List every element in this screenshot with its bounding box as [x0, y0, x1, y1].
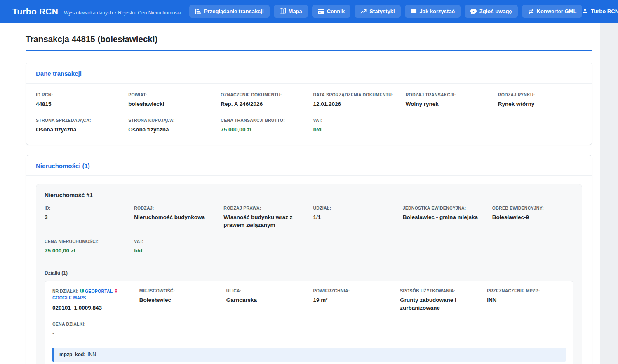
nav-label: Cennik: [327, 8, 345, 14]
parcel-number-label: NR DZIAŁKI:: [52, 289, 78, 294]
nav-label: Jak korzystać: [420, 8, 455, 14]
main-content: Transakcja 44815 (bolesławiecki) Dane tr…: [26, 23, 592, 364]
chat-icon: [470, 8, 477, 14]
property-fields: ID: 3 RODZAJ: Nieruchomość budynkowa ROD…: [45, 205, 573, 255]
nav-how-to-use-button[interactable]: Jak korzystać: [405, 5, 461, 18]
section-divider: [45, 264, 573, 264]
field-property-id: ID: 3: [45, 205, 126, 229]
convert-arrows-icon: [528, 8, 534, 14]
nav-pricing-button[interactable]: Cennik: [312, 5, 350, 18]
nav-map-button[interactable]: Mapa: [274, 5, 308, 18]
field-cena-nieruchomosci: CENA NIERUCHOMOŚCI: 75 000,00 zł: [45, 238, 126, 255]
field-strona-kupujaca: STRONA KUPUJĄCA: Osoba fizyczna: [128, 117, 212, 134]
properties-card-header: Nieruchomości (1): [26, 155, 592, 176]
field-obreb-ewidencyjny: OBRĘB EWIDENCYJNY: Bolesławiec-9: [492, 205, 573, 229]
transaction-fields: ID RCN: 44815 POWIAT: bolesławiecki OZNA…: [36, 92, 582, 134]
field-cena-dzialki: CENA DZIAŁKI: -: [52, 321, 131, 338]
user-menu[interactable]: Turbo RCN: [582, 8, 618, 15]
graph-up-icon: [360, 8, 367, 14]
mpzp-code-bar: mpzp_kod:INN: [52, 348, 566, 362]
field-strona-sprzedajaca: STRONA SPRZEDAJĄCA: Osoba fizyczna: [36, 117, 120, 134]
bar-chart-steps-icon: [195, 8, 201, 14]
parcel-number-value: 020101_1.0009.843: [52, 304, 131, 312]
field-rodzaj-prawa: RODZAJ PRAWA: Własność budynku wraz z pr…: [223, 205, 305, 229]
field-rodzaj-rynku: RODZAJ RYNKU: Rynek wtórny: [498, 92, 582, 108]
field-rodzaj-transakcji: RODZAJ TRANSAKCJI: Wolny rynek: [406, 92, 490, 108]
field-nr-dzialki: NR DZIAŁKI: GEOPORTAL GOOGLE MAPS 020101…: [52, 288, 131, 312]
mpzp-key: mpzp_kod:: [59, 352, 85, 357]
properties-card: Nieruchomości (1) Nieruchomość #1 ID: 3 …: [26, 155, 592, 364]
transaction-card-title: Dane transakcji: [36, 70, 82, 77]
map-icon: [280, 8, 286, 14]
field-oznaczenie-dokumentu: OZNACZENIE DOKUMENTU: Rep. A 246/2026: [221, 92, 305, 108]
main-navigation: Przeglądanie transakcji Mapa Cennik Stat…: [189, 5, 582, 18]
nav-label: Przeglądanie transakcji: [204, 8, 264, 14]
parcel-fields: NR DZIAŁKI: GEOPORTAL GOOGLE MAPS 020101…: [52, 288, 566, 362]
geoportal-map-icon: [80, 289, 85, 294]
field-parcel-powierzchnia: POWIERZCHNIA: 19 m²: [313, 288, 392, 312]
book-icon: [411, 8, 417, 14]
transaction-card-header: Dane transakcji: [26, 63, 592, 84]
nav-gml-converter-button[interactable]: Konwerter GML: [522, 5, 583, 18]
field-parcel-przeznaczenie-mpzp: PRZEZNACZENIE MPZP: INN: [487, 288, 566, 312]
brand-title: Turbo RCN: [12, 7, 58, 16]
field-jednostka-ewidencyjna: JEDNOSTKA EWIDENCYJNA: Bolesławiec - gmi…: [403, 205, 484, 229]
user-name: Turbo RCN: [591, 8, 618, 14]
field-parcel-sposob-uzytkowania: SPOSÓB UŻYTKOWANIA: Grunty zabudowane i …: [400, 288, 479, 312]
field-vat: VAT: b/d: [313, 117, 397, 134]
geoportal-link[interactable]: GEOPORTAL: [80, 289, 113, 294]
nav-label: Konwerter GML: [537, 8, 577, 14]
field-property-vat: VAT: b/d: [134, 238, 215, 255]
title-underline: [26, 50, 592, 51]
field-parcel-ulica: ULICA: Garncarska: [226, 288, 305, 312]
nav-report-issue-button[interactable]: Zgłoś uwagę: [465, 5, 518, 18]
nav-label: Mapa: [289, 8, 302, 14]
top-navbar: Turbo RCN Wyszukiwarka danych z Rejestru…: [0, 0, 618, 23]
transaction-card-body: ID RCN: 44815 POWIAT: bolesławiecki OZNA…: [26, 84, 592, 145]
parcel-1-card: NR DZIAŁKI: GEOPORTAL GOOGLE MAPS 020101…: [45, 281, 573, 364]
mpzp-value: INN: [87, 352, 96, 357]
property-1-title: Nieruchomość #1: [45, 192, 573, 198]
scrollbar-gutter[interactable]: [600, 23, 618, 364]
nav-statistics-button[interactable]: Statystyki: [355, 5, 400, 18]
parcels-section-title: Działki (1): [45, 270, 573, 276]
field-cena-transakcji-brutto: CENA TRANSAKCJI BRUTTO: 75 000,00 zł: [221, 117, 305, 134]
field-rodzaj: RODZAJ: Nieruchomość budynkowa: [134, 205, 215, 229]
field-powiat: POWIAT: bolesławiecki: [128, 92, 212, 108]
transaction-data-card: Dane transakcji ID RCN: 44815 POWIAT: bo…: [26, 63, 592, 145]
person-icon: [582, 8, 588, 15]
field-data-sporzadzenia: DATA SPORZĄDZENIA DOKUMENTU: 12.01.2026: [313, 92, 397, 108]
nav-label: Zgłoś uwagę: [479, 8, 512, 14]
properties-card-body: Nieruchomość #1 ID: 3 RODZAJ: Nieruchomo…: [26, 176, 592, 364]
google-maps-pin-icon: [114, 289, 119, 294]
brand-subtitle: Wyszukiwarka danych z Rejestru Cen Nieru…: [64, 10, 181, 16]
brand: Turbo RCN Wyszukiwarka danych z Rejestru…: [12, 7, 181, 16]
nav-label: Statystyki: [369, 8, 395, 14]
field-parcel-miejscowosc: MIEJSCOWOŚĆ: Bolesławiec: [139, 288, 218, 312]
property-1-card: Nieruchomość #1 ID: 3 RODZAJ: Nieruchomo…: [36, 184, 582, 364]
user-area: Turbo RCN Wyloguj: [582, 5, 618, 18]
credit-card-icon: [318, 8, 324, 14]
field-udzial: UDZIAŁ: 1/1: [313, 205, 395, 229]
nav-browse-transactions-button[interactable]: Przeglądanie transakcji: [189, 5, 270, 18]
page-title: Transakcja 44815 (bolesławiecki): [26, 34, 592, 44]
field-id-rcn: ID RCN: 44815: [36, 92, 120, 108]
properties-card-title: Nieruchomości (1): [36, 162, 90, 169]
